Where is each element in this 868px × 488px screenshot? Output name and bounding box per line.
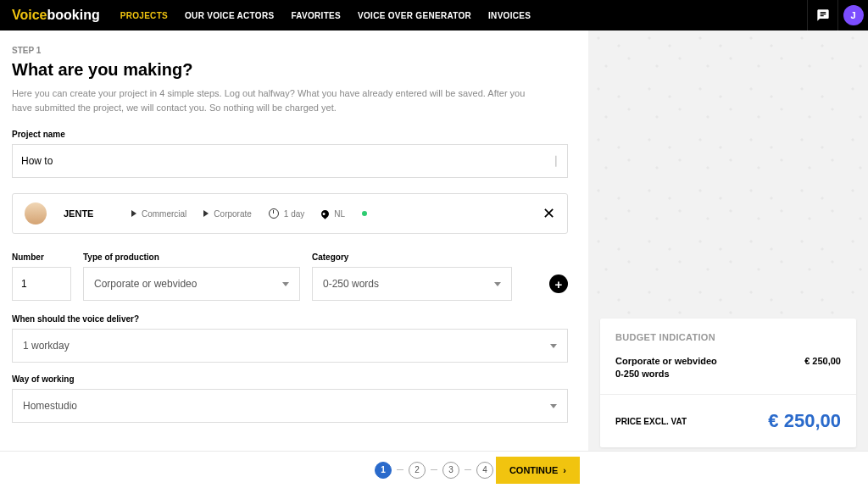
- production-select[interactable]: Corporate or webvideo: [83, 267, 300, 301]
- step-1[interactable]: 1: [375, 462, 392, 479]
- chat-icon[interactable]: [807, 0, 837, 30]
- page-title: What are you making?: [12, 60, 571, 80]
- actor-duration: 1 day: [269, 208, 304, 219]
- continue-button[interactable]: CONTINUE ›: [496, 457, 580, 484]
- category-label: Category: [312, 252, 512, 262]
- step-label: STEP 1: [12, 46, 571, 55]
- continue-label: CONTINUE: [509, 465, 558, 475]
- header-right: J: [807, 0, 868, 30]
- nav-generator[interactable]: VOICE OVER GENERATOR: [358, 11, 471, 20]
- chevron-down-icon: [494, 282, 501, 286]
- text-cursor-icon: ⎮: [554, 156, 559, 167]
- voice-actor-card: JENTE Commercial Corporate 1 day NL ✕: [12, 193, 568, 234]
- production-row: Number Type of production Corporate or w…: [12, 252, 568, 301]
- user-avatar[interactable]: J: [837, 0, 868, 30]
- sample-commercial-label: Commercial: [142, 209, 186, 219]
- step-2[interactable]: 2: [409, 462, 426, 479]
- deliver-select[interactable]: 1 workday: [12, 329, 568, 363]
- top-header: Voicebooking PROJECTS OUR VOICE ACTORS F…: [0, 0, 868, 30]
- sample-corporate-label: Corporate: [214, 209, 251, 219]
- step-line: [465, 469, 471, 470]
- number-label: Number: [12, 252, 71, 262]
- project-name-input[interactable]: [21, 155, 505, 167]
- chevron-down-icon: [550, 344, 557, 348]
- nav-favorites[interactable]: FAVORITES: [291, 11, 341, 20]
- left-panel: STEP 1 What are you making? Here you can…: [0, 30, 588, 451]
- project-name-label: Project name: [12, 130, 571, 139]
- nav-actors[interactable]: OUR VOICE ACTORS: [185, 11, 274, 20]
- production-value: Corporate or webvideo: [94, 278, 197, 290]
- budget-total-price: € 250,00: [768, 410, 841, 432]
- way-select[interactable]: Homestudio: [12, 389, 568, 423]
- category-select[interactable]: 0-250 words: [312, 267, 512, 301]
- right-panel: BUDGET INDICATION Corporate or webvideo …: [588, 30, 868, 451]
- remove-actor-button[interactable]: ✕: [542, 204, 555, 223]
- actor-country: NL: [334, 209, 345, 219]
- logo-voice: Voice: [12, 8, 47, 22]
- step-line: [431, 469, 437, 470]
- budget-card: BUDGET INDICATION Corporate or webvideo …: [600, 319, 856, 447]
- add-button[interactable]: +: [549, 274, 568, 293]
- actor-avatar: [25, 202, 47, 225]
- sample-corporate[interactable]: Corporate: [203, 209, 251, 219]
- budget-line: Corporate or webvideo 0-250 words € 250,…: [600, 351, 856, 395]
- category-col: Category 0-250 words: [312, 252, 512, 301]
- budget-total-label: PRICE EXCL. VAT: [615, 417, 687, 426]
- deliver-label: When should the voice deliver?: [12, 314, 571, 324]
- number-input[interactable]: [12, 267, 71, 301]
- step-line: [397, 469, 403, 470]
- number-col: Number: [12, 252, 71, 301]
- step-4[interactable]: 4: [476, 462, 493, 479]
- budget-line-labels: Corporate or webvideo 0-250 words: [615, 356, 717, 379]
- sample-commercial[interactable]: Commercial: [131, 209, 186, 219]
- budget-total-row: PRICE EXCL. VAT € 250,00: [600, 395, 856, 447]
- main-area: STEP 1 What are you making? Here you can…: [0, 30, 868, 451]
- actor-location: NL: [321, 209, 345, 219]
- logo-booking: booking: [47, 8, 100, 22]
- chevron-down-icon: [282, 282, 289, 286]
- nav-projects[interactable]: PROJECTS: [120, 11, 168, 20]
- deliver-value: 1 workday: [23, 340, 70, 352]
- main-nav: PROJECTS OUR VOICE ACTORS FAVORITES VOIC…: [120, 11, 807, 20]
- way-label: Way of working: [12, 374, 571, 384]
- way-value: Homestudio: [23, 400, 77, 412]
- production-label: Type of production: [83, 252, 300, 262]
- budget-line-price: € 250,00: [804, 356, 841, 379]
- page-subtext: Here you can create your project in 4 si…: [12, 86, 546, 114]
- project-name-input-wrapper[interactable]: ⎮: [12, 144, 568, 178]
- status-dot-icon: [362, 211, 367, 216]
- actor-name: JENTE: [64, 208, 114, 219]
- clock-icon: [269, 208, 279, 219]
- chevron-right-icon: ›: [563, 465, 566, 475]
- play-icon: [131, 210, 136, 217]
- category-value: 0-250 words: [323, 278, 379, 290]
- footer: 1 2 3 4 CONTINUE ›: [0, 451, 868, 488]
- step-indicator: 1 2 3 4: [375, 462, 493, 479]
- budget-line2: 0-250 words: [615, 369, 717, 379]
- budget-header: BUDGET INDICATION: [600, 319, 856, 351]
- logo[interactable]: Voicebooking: [12, 8, 100, 23]
- nav-invoices[interactable]: INVOICES: [488, 11, 531, 20]
- step-3[interactable]: 3: [442, 462, 459, 479]
- budget-line1: Corporate or webvideo: [615, 356, 717, 366]
- play-icon: [203, 210, 209, 217]
- avatar-initial: J: [843, 5, 864, 25]
- production-col: Type of production Corporate or webvideo: [83, 252, 300, 301]
- actor-duration-text: 1 day: [284, 209, 304, 219]
- pin-icon: [320, 208, 331, 219]
- chevron-down-icon: [550, 404, 557, 408]
